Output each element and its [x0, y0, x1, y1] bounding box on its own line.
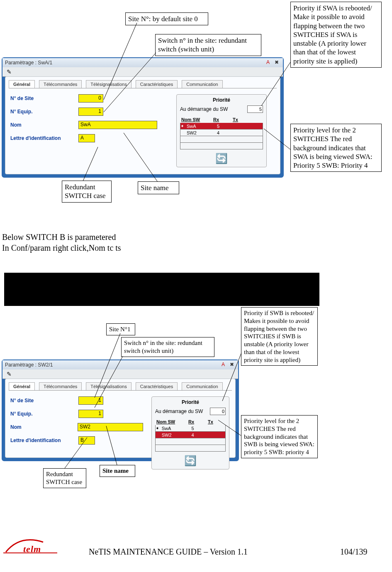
paragraph-1: Below SWITCH B is parametered — [2, 232, 116, 242]
window-swa: Paramètrage : SwA/1 A ✖ ✎ Général Téléco… — [2, 57, 284, 178]
window-swa-toolbar: ✎ — [2, 67, 283, 77]
priority-box-b: Priorité Au démarrage du SW Nom SW Rx Tx… — [151, 396, 229, 469]
swhead-name-a: Nom SW — [180, 117, 210, 122]
input-site-a[interactable]: 0 — [78, 94, 103, 103]
priority-sub-value-a[interactable] — [247, 105, 263, 113]
label-lettre-a: Lettre d'identification — [10, 135, 73, 141]
tab-telesignalisations-a[interactable]: Télésignalisations — [86, 80, 131, 88]
refresh-icon-b[interactable]: 🔄 — [155, 455, 226, 467]
swrow-empty1-a — [180, 136, 263, 143]
window-swb-title-bar: Paramètrage : SW2/1 A ✖ — [2, 360, 238, 370]
swrow-sw2-b: SW2 4 — [155, 432, 226, 438]
paragraph-2: In Conf/param right click,Nom tc ts — [2, 242, 121, 253]
tab-telecommandes-b[interactable]: Télécommandes — [39, 382, 82, 390]
form-col-a: N° de Site 0 N° Equip. 1 Nom SwA Lettre … — [10, 94, 168, 167]
refresh-icon-a[interactable]: 🔄 — [180, 153, 263, 164]
priority-title-b: Priorité — [155, 399, 226, 405]
swrow-empty2-b — [155, 445, 226, 452]
window-swb: Paramètrage : SW2/1 A ✖ ✎ Général Téléco… — [2, 359, 239, 461]
window-swa-title: Paramètrage : SwA/1 — [5, 60, 52, 66]
callout-priority-level-swb: Priority level for the 2 SWITCHES The re… — [241, 415, 318, 458]
tab-caracteristiques-b[interactable]: Caractéristiques — [136, 382, 178, 390]
input-equip-b[interactable]: 1 — [78, 410, 103, 418]
close-icon-b[interactable]: A — [219, 361, 227, 368]
edit-icon-b[interactable]: ✎ — [7, 371, 12, 378]
swrow-swa-rx: 5 — [216, 124, 234, 129]
priority-sub-label-b: Au démarrage du SW — [155, 408, 203, 414]
label-site-b: N° de Site — [10, 398, 73, 403]
swrow-swa-a: ➧ SwA 5 — [180, 123, 263, 130]
swrow-empty1-b — [155, 438, 226, 445]
tab-telesignalisations-b[interactable]: Télésignalisations — [86, 382, 131, 390]
priority-sub-value-b[interactable] — [210, 408, 226, 415]
window-swa-body: Général Télécommandes Télésignalisations… — [5, 76, 280, 174]
callout-switch-unit-b: Switch n° in the site: redundant switch … — [121, 337, 214, 357]
tab-general-a[interactable]: Général — [9, 80, 35, 88]
window-swb-title: Paramètrage : SW2/1 — [5, 362, 53, 368]
black-bar — [4, 273, 319, 306]
close-x-icon-b[interactable]: ✖ — [228, 361, 236, 368]
input-equip-a[interactable]: 1 — [78, 108, 103, 116]
input-site-b[interactable]: 1 — [78, 396, 103, 405]
swrow-sw2-name-b: SW2 — [161, 433, 190, 438]
tab-communication-a[interactable]: Communication — [182, 80, 222, 88]
edit-icon[interactable]: ✎ — [7, 68, 12, 76]
form-col-b: N° de Site 1 N° Equip. 1 Nom SW2 Lettre … — [10, 396, 143, 469]
input-nom-b[interactable]: SW2 — [78, 423, 143, 431]
swrow-sw2-a: SW2 4 — [180, 130, 263, 136]
input-lettre-a[interactable]: A — [78, 134, 95, 142]
swrow-sw2-rx-b: 4 — [190, 433, 207, 438]
close-icon[interactable]: A — [264, 59, 272, 66]
label-nom-a: Nom — [10, 122, 73, 128]
label-equip-a: N° Equip. — [10, 109, 73, 115]
swhead-name-b: Nom SW — [155, 419, 185, 424]
window-swa-tabs: Général Télécommandes Télésignalisations… — [9, 80, 277, 88]
window-swb-body: Général Télécommandes Télésignalisations… — [5, 379, 236, 458]
brand-text: telm — [23, 544, 41, 555]
callout-swa-reboot: Priority if SWA is rebooted/ Make it pos… — [290, 2, 382, 68]
priority-box-a: Priorité Au démarrage du SW Nom SW Rx Tx… — [176, 94, 267, 167]
callout-site-n0: Site N°: by default site 0 — [125, 12, 208, 25]
callout-site-name-a: Site name — [138, 181, 179, 194]
tab-telecommandes-a[interactable]: Télécommandes — [39, 80, 82, 88]
label-nom-b: Nom — [10, 424, 72, 430]
page-number: 104/139 — [340, 547, 368, 557]
callout-site-n1: Site N°1 — [106, 323, 135, 335]
window-swb-title-icons: A ✖ — [219, 361, 236, 368]
priority-sub-label-a: Au démarrage du SW — [180, 106, 228, 112]
swrow-swa-name: SwA — [185, 124, 216, 129]
input-lettre-b[interactable]: B — [78, 436, 95, 445]
swhead-tx-a: Tx — [231, 117, 249, 122]
swrow-swa-name-b: SwA — [161, 426, 190, 431]
close-x-icon[interactable]: ✖ — [273, 59, 280, 66]
window-swa-title-bar: Paramètrage : SwA/1 A ✖ — [2, 58, 283, 68]
callout-switch-unit-a: Switch n° in the site: redundant switch … — [155, 34, 261, 56]
tab-general-b[interactable]: Général — [9, 382, 35, 390]
page: Priority if SWA is rebooted/ Make it pos… — [0, 0, 392, 572]
tab-communication-b[interactable]: Communication — [182, 382, 222, 390]
window-swb-toolbar: ✎ — [2, 369, 238, 379]
label-lettre-b: Lettre d'identification — [10, 438, 73, 443]
input-nom-a[interactable]: SwA — [78, 121, 157, 129]
swrow-sw2-rx: 4 — [216, 130, 234, 135]
swhead-tx-b: Tx — [207, 419, 224, 424]
swrow-swa-rx-b: 5 — [190, 426, 207, 431]
footer-title: NeTIS MAINTENANCE GUIDE – Version 1.1 — [89, 547, 248, 557]
window-swb-tabs: Général Télécommandes Télésignalisations… — [9, 382, 232, 391]
label-equip-b: N° Equip. — [10, 411, 73, 417]
swrow-sw2-name: SW2 — [185, 130, 216, 135]
callout-priority-level-swa: Priority level for the 2 SWITCHES The re… — [290, 124, 382, 172]
swrow-empty2-a — [180, 143, 263, 149]
brand-logo: telm — [3, 536, 66, 559]
swhead-rx-b: Rx — [187, 419, 205, 424]
label-site-a: N° de Site — [10, 95, 73, 101]
callout-redundant-a: Redundant SWITCH case — [62, 181, 112, 203]
swhead-rx-a: Rx — [212, 117, 230, 122]
window-swa-title-icons: A ✖ — [264, 59, 280, 66]
priority-title-a: Priorité — [180, 97, 263, 103]
tab-caracteristiques-a[interactable]: Caractéristiques — [136, 80, 178, 88]
callout-swb-reboot: Priority if SWB is rebooted/ Makes it po… — [241, 307, 318, 366]
swrow-swa-b: ➧ SwA 5 — [155, 425, 226, 432]
